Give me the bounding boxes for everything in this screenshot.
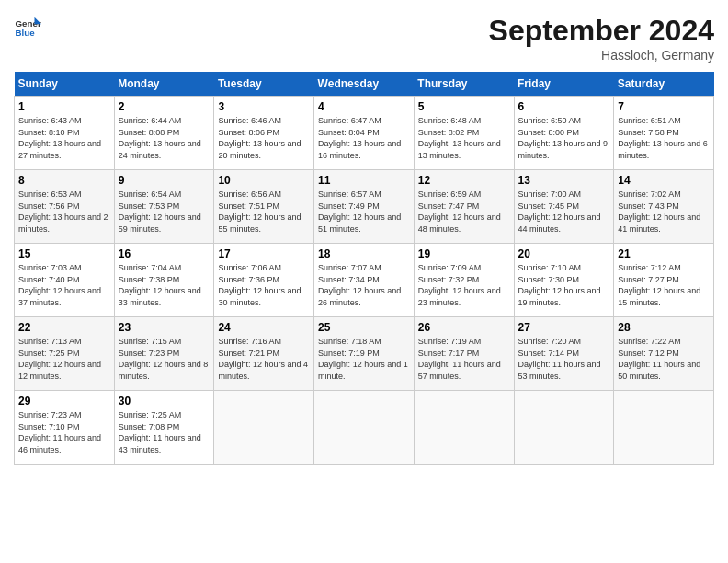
day-number: 21 — [618, 247, 710, 260]
header: General Blue September 2024 Hassloch, Ge… — [14, 14, 714, 63]
day-number: 20 — [518, 247, 610, 260]
day-number: 17 — [218, 247, 310, 260]
day-info: Sunrise: 6:48 AMSunset: 8:02 PMDaylight:… — [418, 115, 510, 161]
day-number: 26 — [418, 321, 510, 334]
week-row-5: 29 Sunrise: 7:23 AMSunset: 7:10 PMDaylig… — [15, 391, 714, 465]
day-number: 4 — [318, 100, 410, 113]
day-cell: 28 Sunrise: 7:22 AMSunset: 7:12 PMDaylig… — [614, 317, 714, 391]
day-cell: 14 Sunrise: 7:02 AMSunset: 7:43 PMDaylig… — [614, 170, 714, 244]
day-number: 6 — [518, 100, 610, 113]
day-info: Sunrise: 7:00 AMSunset: 7:45 PMDaylight:… — [518, 189, 610, 235]
day-cell: 8 Sunrise: 6:53 AMSunset: 7:56 PMDayligh… — [15, 170, 115, 244]
day-number: 27 — [518, 321, 610, 334]
day-info: Sunrise: 6:54 AMSunset: 7:53 PMDaylight:… — [119, 189, 210, 235]
week-row-4: 22 Sunrise: 7:13 AMSunset: 7:25 PMDaylig… — [15, 317, 714, 391]
day-info: Sunrise: 6:56 AMSunset: 7:51 PMDaylight:… — [218, 189, 310, 235]
day-cell: 3 Sunrise: 6:46 AMSunset: 8:06 PMDayligh… — [214, 97, 314, 170]
day-cell: 9 Sunrise: 6:54 AMSunset: 7:53 PMDayligh… — [114, 170, 214, 244]
day-info: Sunrise: 6:46 AMSunset: 8:06 PMDaylight:… — [218, 115, 310, 161]
logo-icon: General Blue — [14, 14, 41, 41]
day-info: Sunrise: 6:53 AMSunset: 7:56 PMDaylight:… — [18, 189, 110, 235]
col-saturday: Saturday — [614, 72, 714, 97]
day-number: 22 — [18, 321, 110, 334]
day-cell: 23 Sunrise: 7:15 AMSunset: 7:23 PMDaylig… — [114, 317, 214, 391]
day-number: 29 — [18, 395, 110, 408]
day-cell: 24 Sunrise: 7:16 AMSunset: 7:21 PMDaylig… — [214, 317, 314, 391]
day-info: Sunrise: 7:12 AMSunset: 7:27 PMDaylight:… — [618, 262, 710, 308]
day-info: Sunrise: 7:09 AMSunset: 7:32 PMDaylight:… — [418, 262, 510, 308]
day-number: 9 — [119, 174, 210, 187]
day-cell: 22 Sunrise: 7:13 AMSunset: 7:25 PMDaylig… — [15, 317, 115, 391]
day-info: Sunrise: 7:15 AMSunset: 7:23 PMDaylight:… — [119, 336, 210, 382]
day-cell: 30 Sunrise: 7:25 AMSunset: 7:08 PMDaylig… — [114, 391, 214, 465]
day-number: 3 — [218, 100, 310, 113]
day-cell: 20 Sunrise: 7:10 AMSunset: 7:30 PMDaylig… — [514, 244, 614, 317]
day-number: 25 — [318, 321, 410, 334]
day-number: 8 — [18, 174, 110, 187]
logo: General Blue — [14, 14, 43, 41]
day-info: Sunrise: 6:47 AMSunset: 8:04 PMDaylight:… — [318, 115, 410, 161]
col-sunday: Sunday — [15, 72, 115, 97]
col-tuesday: Tuesday — [214, 72, 314, 97]
day-cell: 2 Sunrise: 6:44 AMSunset: 8:08 PMDayligh… — [114, 97, 214, 170]
week-row-1: 1 Sunrise: 6:43 AMSunset: 8:10 PMDayligh… — [15, 97, 714, 170]
day-info: Sunrise: 7:06 AMSunset: 7:36 PMDaylight:… — [218, 262, 310, 308]
day-info: Sunrise: 6:57 AMSunset: 7:49 PMDaylight:… — [318, 189, 410, 235]
day-cell: 15 Sunrise: 7:03 AMSunset: 7:40 PMDaylig… — [15, 244, 115, 317]
month-title: September 2024 — [489, 14, 714, 48]
day-info: Sunrise: 6:51 AMSunset: 7:58 PMDaylight:… — [618, 115, 710, 161]
day-info: Sunrise: 7:22 AMSunset: 7:12 PMDaylight:… — [618, 336, 710, 382]
day-cell — [214, 391, 314, 465]
day-info: Sunrise: 7:04 AMSunset: 7:38 PMDaylight:… — [119, 262, 210, 308]
week-row-3: 15 Sunrise: 7:03 AMSunset: 7:40 PMDaylig… — [15, 244, 714, 317]
day-info: Sunrise: 7:18 AMSunset: 7:19 PMDaylight:… — [318, 336, 410, 382]
day-cell: 16 Sunrise: 7:04 AMSunset: 7:38 PMDaylig… — [114, 244, 214, 317]
day-info: Sunrise: 6:43 AMSunset: 8:10 PMDaylight:… — [18, 115, 110, 161]
day-cell: 27 Sunrise: 7:20 AMSunset: 7:14 PMDaylig… — [514, 317, 614, 391]
col-friday: Friday — [514, 72, 614, 97]
day-number: 1 — [18, 100, 110, 113]
week-row-2: 8 Sunrise: 6:53 AMSunset: 7:56 PMDayligh… — [15, 170, 714, 244]
location: Hassloch, Germany — [489, 48, 714, 63]
day-number: 2 — [119, 100, 210, 113]
svg-text:Blue: Blue — [16, 28, 36, 38]
day-number: 28 — [618, 321, 710, 334]
day-cell: 13 Sunrise: 7:00 AMSunset: 7:45 PMDaylig… — [514, 170, 614, 244]
day-cell: 6 Sunrise: 6:50 AMSunset: 8:00 PMDayligh… — [514, 97, 614, 170]
day-cell: 7 Sunrise: 6:51 AMSunset: 7:58 PMDayligh… — [614, 97, 714, 170]
title-section: September 2024 Hassloch, Germany — [489, 14, 714, 63]
calendar-table: Sunday Monday Tuesday Wednesday Thursday… — [14, 72, 714, 465]
header-row: Sunday Monday Tuesday Wednesday Thursday… — [15, 72, 714, 97]
day-number: 5 — [418, 100, 510, 113]
day-number: 23 — [119, 321, 210, 334]
col-thursday: Thursday — [414, 72, 514, 97]
col-wednesday: Wednesday — [314, 72, 415, 97]
day-cell — [514, 391, 614, 465]
day-cell: 5 Sunrise: 6:48 AMSunset: 8:02 PMDayligh… — [414, 97, 514, 170]
day-info: Sunrise: 6:50 AMSunset: 8:00 PMDaylight:… — [518, 115, 610, 161]
day-info: Sunrise: 7:07 AMSunset: 7:34 PMDaylight:… — [318, 262, 410, 308]
day-info: Sunrise: 7:03 AMSunset: 7:40 PMDaylight:… — [18, 262, 110, 308]
day-cell: 19 Sunrise: 7:09 AMSunset: 7:32 PMDaylig… — [414, 244, 514, 317]
day-info: Sunrise: 7:19 AMSunset: 7:17 PMDaylight:… — [418, 336, 510, 382]
col-monday: Monday — [114, 72, 214, 97]
day-number: 12 — [418, 174, 510, 187]
day-cell: 21 Sunrise: 7:12 AMSunset: 7:27 PMDaylig… — [614, 244, 714, 317]
day-number: 15 — [18, 247, 110, 260]
day-cell: 26 Sunrise: 7:19 AMSunset: 7:17 PMDaylig… — [414, 317, 514, 391]
day-number: 11 — [318, 174, 410, 187]
day-number: 16 — [119, 247, 210, 260]
day-cell — [414, 391, 514, 465]
day-number: 14 — [618, 174, 710, 187]
day-info: Sunrise: 7:16 AMSunset: 7:21 PMDaylight:… — [218, 336, 310, 382]
day-cell: 12 Sunrise: 6:59 AMSunset: 7:47 PMDaylig… — [414, 170, 514, 244]
day-cell: 4 Sunrise: 6:47 AMSunset: 8:04 PMDayligh… — [314, 97, 415, 170]
day-info: Sunrise: 7:25 AMSunset: 7:08 PMDaylight:… — [119, 409, 210, 455]
day-number: 13 — [518, 174, 610, 187]
day-cell: 1 Sunrise: 6:43 AMSunset: 8:10 PMDayligh… — [15, 97, 115, 170]
day-info: Sunrise: 7:20 AMSunset: 7:14 PMDaylight:… — [518, 336, 610, 382]
day-cell — [614, 391, 714, 465]
day-cell: 29 Sunrise: 7:23 AMSunset: 7:10 PMDaylig… — [15, 391, 115, 465]
day-cell: 18 Sunrise: 7:07 AMSunset: 7:34 PMDaylig… — [314, 244, 415, 317]
day-info: Sunrise: 7:10 AMSunset: 7:30 PMDaylight:… — [518, 262, 610, 308]
